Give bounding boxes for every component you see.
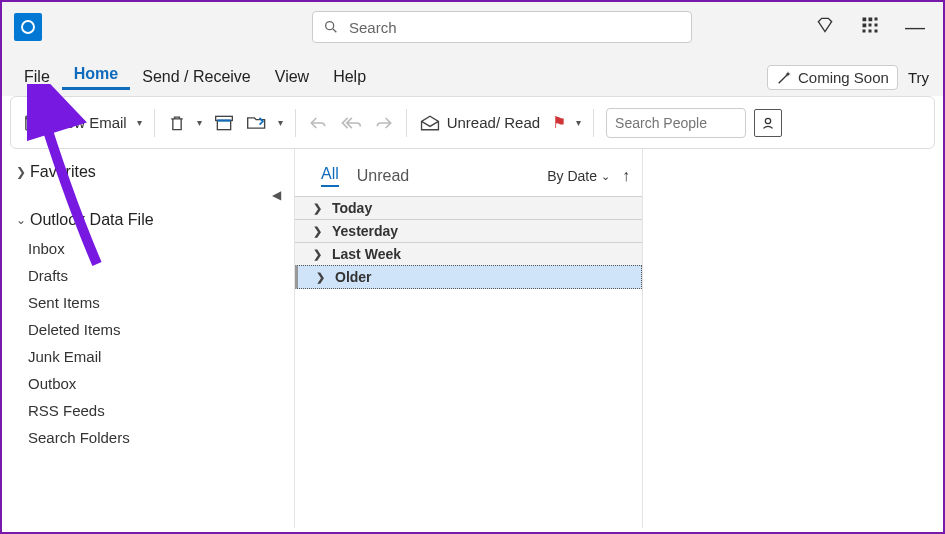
reading-pane bbox=[642, 149, 943, 528]
reply-icon bbox=[308, 114, 328, 132]
move-icon bbox=[246, 114, 268, 132]
folder-drafts[interactable]: Drafts bbox=[14, 262, 290, 289]
sort-direction-button[interactable]: ↑ bbox=[622, 167, 630, 185]
svg-rect-6 bbox=[875, 18, 878, 21]
tab-file[interactable]: File bbox=[12, 62, 62, 90]
delete-button[interactable]: ▾ bbox=[161, 109, 208, 137]
coming-soon-button[interactable]: Coming Soon bbox=[767, 65, 898, 90]
qr-grid-icon[interactable] bbox=[861, 16, 879, 38]
search-icon bbox=[323, 19, 339, 35]
flag-dropdown[interactable]: ▾ bbox=[576, 117, 581, 128]
envelope-open-icon bbox=[419, 114, 441, 132]
chevron-right-icon: ❯ bbox=[313, 202, 322, 215]
folder-rss-feeds[interactable]: RSS Feeds bbox=[14, 397, 290, 424]
ribbon-toolbar: New Email ▾ ▾ ▾ Unread/ Read ⚑ ▾ bbox=[10, 96, 935, 149]
filter-unread[interactable]: Unread bbox=[357, 167, 409, 185]
new-email-dropdown[interactable]: ▾ bbox=[137, 117, 142, 128]
folder-junk-email[interactable]: Junk Email bbox=[14, 343, 290, 370]
folder-sidebar: ◀ ❯ Favorites ⌄ Outlook Data File Inbox … bbox=[2, 149, 290, 528]
titlebar-right: — bbox=[815, 15, 935, 39]
svg-rect-7 bbox=[875, 24, 878, 27]
tab-help[interactable]: Help bbox=[321, 62, 378, 90]
svg-rect-5 bbox=[863, 24, 867, 28]
reply-all-button[interactable] bbox=[334, 110, 368, 136]
premium-diamond-icon[interactable] bbox=[815, 15, 835, 39]
tab-send-receive[interactable]: Send / Receive bbox=[130, 62, 263, 90]
minimize-button[interactable]: — bbox=[905, 16, 925, 39]
flag-button[interactable]: ⚑ ▾ bbox=[546, 109, 587, 136]
title-bar: Search — bbox=[2, 2, 943, 52]
collapse-sidebar-button[interactable]: ◀ bbox=[272, 188, 281, 202]
chevron-right-icon: ❯ bbox=[316, 271, 325, 284]
archive-icon bbox=[214, 114, 234, 132]
tab-view[interactable]: View bbox=[263, 62, 321, 90]
svg-rect-11 bbox=[875, 30, 878, 33]
folder-outbox[interactable]: Outbox bbox=[14, 370, 290, 397]
svg-point-19 bbox=[765, 118, 770, 123]
svg-rect-17 bbox=[217, 120, 230, 129]
reply-all-icon bbox=[340, 114, 362, 132]
move-button[interactable]: ▾ bbox=[240, 110, 289, 136]
try-label[interactable]: Try bbox=[904, 69, 933, 86]
svg-rect-3 bbox=[863, 18, 867, 22]
move-dropdown[interactable]: ▾ bbox=[278, 117, 283, 128]
wand-icon bbox=[776, 70, 792, 86]
chevron-down-icon: ⌄ bbox=[16, 213, 26, 227]
svg-rect-4 bbox=[869, 18, 873, 22]
filter-all[interactable]: All bbox=[321, 165, 339, 187]
reply-button[interactable] bbox=[302, 110, 334, 136]
svg-rect-10 bbox=[869, 30, 872, 33]
global-search-input[interactable]: Search bbox=[312, 11, 692, 43]
group-last-week[interactable]: ❯Last Week bbox=[295, 242, 642, 266]
search-people-input[interactable] bbox=[606, 108, 746, 138]
favorites-section[interactable]: ❯ Favorites bbox=[14, 157, 290, 187]
archive-button[interactable] bbox=[208, 110, 240, 136]
forward-icon bbox=[374, 114, 394, 132]
group-yesterday[interactable]: ❯Yesterday bbox=[295, 219, 642, 243]
outlook-logo-icon bbox=[14, 13, 42, 41]
filter-bar: All Unread By Date ⌄ ↑ bbox=[295, 149, 642, 197]
search-placeholder: Search bbox=[349, 19, 397, 36]
svg-rect-9 bbox=[863, 30, 866, 33]
chevron-down-icon: ⌄ bbox=[601, 170, 610, 183]
tab-home[interactable]: Home bbox=[62, 59, 130, 90]
trash-icon bbox=[167, 113, 187, 133]
svg-point-1 bbox=[326, 22, 334, 30]
workspace: ◀ ❯ Favorites ⌄ Outlook Data File Inbox … bbox=[2, 149, 943, 528]
sort-by-button[interactable]: By Date ⌄ bbox=[547, 168, 610, 184]
chevron-right-icon: ❯ bbox=[313, 225, 322, 238]
group-today[interactable]: ❯Today bbox=[295, 196, 642, 220]
delete-dropdown[interactable]: ▾ bbox=[197, 117, 202, 128]
person-card-icon bbox=[760, 115, 776, 131]
folder-deleted-items[interactable]: Deleted Items bbox=[14, 316, 290, 343]
svg-point-0 bbox=[22, 21, 34, 33]
unread-read-button[interactable]: Unread/ Read bbox=[413, 110, 546, 136]
new-email-button[interactable]: New Email ▾ bbox=[19, 109, 148, 137]
chevron-right-icon: ❯ bbox=[313, 248, 322, 261]
folder-inbox[interactable]: Inbox bbox=[14, 235, 290, 262]
group-older[interactable]: ❯Older bbox=[295, 265, 642, 289]
forward-button[interactable] bbox=[368, 110, 400, 136]
data-file-section[interactable]: ⌄ Outlook Data File bbox=[14, 205, 290, 235]
address-book-button[interactable] bbox=[754, 109, 782, 137]
flag-icon: ⚑ bbox=[552, 113, 566, 132]
svg-line-2 bbox=[333, 29, 336, 32]
svg-rect-8 bbox=[869, 24, 872, 27]
folder-search-folders[interactable]: Search Folders bbox=[14, 424, 290, 451]
menu-bar: File Home Send / Receive View Help Comin… bbox=[2, 52, 943, 96]
new-email-icon bbox=[25, 113, 49, 133]
folder-sent-items[interactable]: Sent Items bbox=[14, 289, 290, 316]
chevron-right-icon: ❯ bbox=[16, 165, 26, 179]
message-list-pane: All Unread By Date ⌄ ↑ ❯Today ❯Yesterday… bbox=[294, 149, 642, 528]
